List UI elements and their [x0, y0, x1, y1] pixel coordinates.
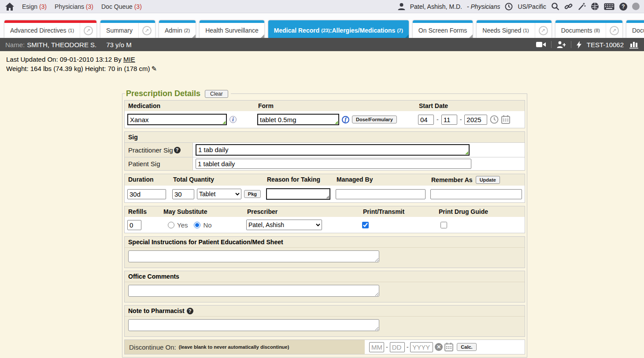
prescriber-header: Prescriber — [244, 206, 359, 217]
top-bar: Esign (3) Physicians (3) Doc Queue (3) P… — [0, 0, 644, 13]
print-transmit-checkbox[interactable] — [362, 222, 369, 228]
reason-input[interactable] — [266, 188, 330, 200]
flowsheet-chart-icon[interactable] — [629, 41, 639, 48]
quantity-input[interactable] — [172, 189, 194, 199]
start-year-input[interactable] — [464, 115, 487, 125]
wand-icon[interactable] — [577, 2, 586, 11]
physicians-count: (3) — [86, 3, 93, 10]
discontinue-day-input[interactable] — [390, 342, 405, 352]
patient-sig-input[interactable] — [196, 159, 471, 169]
quantity-unit-select[interactable]: Tablet — [197, 189, 241, 199]
note-pharmacist-section: Note to Pharmacist ? — [124, 305, 525, 337]
substitute-yes-label: Yes — [177, 221, 188, 229]
tab-needs-signed[interactable]: Needs Signed(1) ↗ — [477, 20, 551, 38]
popout-icon[interactable]: ↗ — [535, 23, 551, 38]
start-day-input[interactable] — [441, 115, 457, 125]
nav-doc-queue[interactable]: Doc Queue (3) — [101, 3, 142, 10]
nav-esign[interactable]: Esign (3) — [22, 3, 47, 10]
tab-admin[interactable]: Admin(2) — [159, 20, 196, 38]
search-icon[interactable] — [551, 2, 559, 11]
help-icon[interactable]: ? — [619, 3, 627, 11]
link-icon[interactable] — [564, 2, 573, 11]
duration-input[interactable] — [127, 189, 166, 199]
dose-formulary-button[interactable]: Dose/Formulary — [352, 116, 397, 123]
tab-health-surveillance[interactable]: Health Surveillance — [200, 20, 264, 38]
form-input[interactable] — [257, 114, 339, 125]
discontinue-year-input[interactable] — [410, 342, 433, 352]
discontinue-month-input[interactable] — [369, 342, 384, 352]
current-user[interactable]: Patel, Ashish, M.D. — [410, 3, 462, 10]
edit-vitals-icon[interactable]: ✎ — [152, 65, 157, 72]
clear-button[interactable]: Clear — [205, 90, 228, 98]
tab-medical-record-selected[interactable]: Medical Record(23):Allergies/Medications… — [268, 20, 409, 38]
lightning-icon[interactable] — [577, 41, 581, 48]
status-circle-icon[interactable] — [632, 3, 640, 10]
tab-documents-d[interactable]: Documents-D — [626, 20, 644, 38]
patient-bar: Name: SMITH, THEODORE S. 73 y/o M TEST-1… — [0, 38, 644, 51]
tab-advanced-directives[interactable]: Advanced Directives(1) ↗ — [4, 20, 96, 38]
patient-sig-label: Patient Sig — [125, 157, 193, 170]
clear-date-icon[interactable]: ✕ — [435, 343, 443, 351]
remember-as-header: Remember As Update — [428, 174, 525, 186]
tab-on-screen-forms[interactable]: On Screen Forms — [413, 20, 473, 38]
timezone[interactable]: US/Pacific — [518, 3, 546, 10]
calc-button[interactable]: Calc. — [457, 343, 476, 351]
refills-input[interactable] — [127, 220, 141, 230]
main-content: Last Updated On: 09-01-2010 13:12 By MIE… — [0, 51, 644, 358]
start-date-header: Start Date — [415, 101, 525, 111]
start-month-input[interactable] — [418, 115, 434, 125]
note-pharmacist-input[interactable] — [128, 319, 379, 331]
substitute-yes-radio[interactable] — [168, 222, 174, 228]
discontinue-calendar-icon[interactable] — [444, 343, 453, 351]
keyboard-icon[interactable] — [604, 3, 614, 10]
practitioner-sig-label: Practitioner Sig ? — [125, 143, 193, 157]
office-comments-header: Office Comments — [125, 271, 525, 282]
doc-queue-count: (3) — [134, 3, 142, 10]
may-substitute-header: May Substitute — [160, 206, 244, 217]
medication-input[interactable] — [127, 114, 227, 125]
update-button[interactable]: Update — [476, 176, 500, 184]
pkg-button[interactable]: Pkg — [244, 190, 261, 198]
mie-link[interactable]: MIE — [123, 56, 135, 63]
refills-section: Refills May Substitute Prescriber Print/… — [124, 206, 525, 233]
pharmacist-help-icon[interactable]: ? — [187, 308, 193, 314]
time-clock-icon[interactable] — [490, 115, 499, 124]
prescriber-select[interactable]: Patel, Ashish — [246, 220, 322, 230]
special-instructions-section: Special Instructions for Patient Educati… — [124, 236, 525, 268]
form-header: Form — [255, 101, 415, 111]
practitioner-sig-help-icon[interactable]: ? — [174, 147, 181, 153]
medication-header: Medication — [125, 101, 255, 111]
popout-icon[interactable]: ↗ — [80, 23, 96, 38]
form-title: Prescription Details — [126, 89, 200, 98]
remember-as-input[interactable] — [430, 189, 522, 199]
substitute-no-radio[interactable] — [194, 222, 200, 228]
practitioner-sig-input[interactable]: 1 tab daily — [196, 144, 470, 156]
vitals-line: Weight: 164 lbs (74.39 kg) Height: 70 in… — [6, 64, 644, 73]
office-comments-input[interactable] — [128, 285, 379, 297]
total-quantity-header: Total Quantity — [170, 174, 263, 186]
office-comments-section: Office Comments — [124, 271, 525, 302]
add-person-icon[interactable] — [557, 41, 566, 48]
managed-by-input[interactable] — [336, 189, 426, 199]
print-drug-guide-checkbox[interactable] — [440, 222, 447, 228]
clock-icon — [505, 3, 513, 11]
refills-header: Refills — [125, 206, 160, 217]
popout-icon[interactable]: ↗ — [606, 23, 622, 38]
special-instructions-header: Special Instructions for Patient Educati… — [125, 237, 525, 248]
popout-icon[interactable]: ↗ — [138, 23, 155, 38]
tab-strip: Advanced Directives(1) ↗ Summary ↗ Admin… — [0, 13, 644, 38]
tab-documents[interactable]: Documents(8) ↗ — [555, 20, 622, 38]
video-icon[interactable] — [536, 41, 546, 48]
formulary-icon[interactable]: f — [342, 116, 349, 123]
home-icon[interactable] — [5, 3, 14, 11]
chart-id[interactable]: TEST-10062 — [587, 41, 624, 48]
note-pharmacist-header: Note to Pharmacist ? — [125, 306, 525, 317]
tab-summary[interactable]: Summary ↗ — [100, 20, 155, 38]
globe-icon[interactable] — [591, 2, 599, 11]
calendar-icon[interactable] — [501, 115, 510, 124]
drug-info-icon[interactable]: i — [229, 116, 237, 123]
print-drug-guide-header: Print Drug Guide — [435, 206, 525, 217]
special-instructions-input[interactable] — [128, 250, 379, 262]
nav-physicians[interactable]: Physicians (3) — [55, 3, 93, 10]
discontinue-label: Discontinue On: (leave blank to never au… — [125, 340, 365, 354]
